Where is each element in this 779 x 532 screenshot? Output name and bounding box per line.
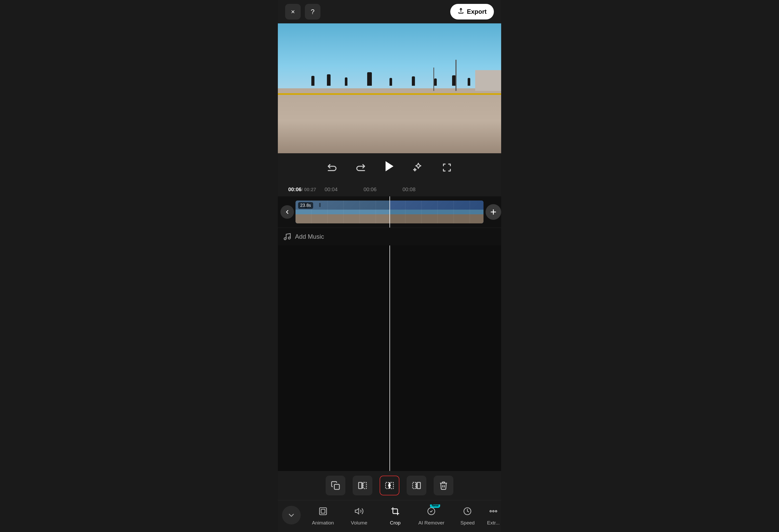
extra-icon	[487, 505, 500, 518]
ai-remover-label: AI Remover	[418, 520, 444, 526]
split-right-tool-button[interactable]	[407, 476, 426, 495]
controls-area: 00:06/ 00:27 00:04 00:06 00:08	[278, 153, 501, 196]
speed-label: Speed	[460, 520, 475, 526]
add-music-label: Add Music	[295, 233, 324, 240]
delete-tool-button[interactable]	[434, 476, 454, 495]
ground-bg	[278, 88, 501, 153]
tab-speed[interactable]: Speed	[450, 505, 486, 526]
time-marker-3: 00:08	[403, 186, 415, 192]
playhead-extension	[390, 245, 390, 471]
fullscreen-button[interactable]	[440, 161, 454, 174]
svg-point-19	[493, 511, 494, 512]
animation-icon	[316, 505, 330, 518]
magic-button[interactable]	[412, 161, 425, 174]
add-music-row[interactable]: Add Music	[278, 228, 501, 245]
timeline-track: 23.8s	[278, 196, 501, 228]
lamp-post	[433, 67, 434, 91]
svg-rect-10	[413, 482, 416, 489]
building	[475, 70, 501, 91]
person-silhouette	[345, 77, 348, 86]
person-silhouette	[390, 78, 392, 86]
top-bar: × ? Export	[278, 0, 501, 23]
tab-animation[interactable]: Animation	[305, 505, 341, 526]
person-silhouette	[327, 74, 331, 86]
play-button[interactable]	[383, 160, 396, 176]
svg-marker-15	[355, 509, 359, 514]
undo-button[interactable]	[325, 161, 339, 174]
time-marker-1: 00:04	[324, 186, 338, 192]
timeline-area: 23.8s	[278, 196, 501, 245]
copy-tool-button[interactable]	[325, 476, 345, 495]
playback-controls	[278, 160, 501, 176]
add-clip-button[interactable]	[486, 204, 501, 220]
time-marker-2: 00:06	[364, 186, 376, 192]
svg-point-20	[495, 511, 497, 512]
svg-marker-0	[385, 161, 394, 171]
clip-thumbnail-right	[390, 200, 483, 223]
bottom-tabs: Animation Volume	[278, 500, 501, 532]
help-button[interactable]: ?	[305, 4, 320, 19]
person-silhouette	[434, 78, 437, 86]
svg-point-1	[284, 238, 286, 240]
svg-rect-11	[417, 482, 420, 489]
export-button[interactable]: Export	[450, 4, 494, 19]
playhead-line	[390, 196, 390, 228]
yellow-line	[278, 93, 501, 95]
split-tool-button[interactable]	[380, 476, 399, 495]
animation-label: Animation	[312, 520, 334, 526]
split-left-tool-button[interactable]	[353, 476, 372, 495]
volume-icon	[352, 505, 366, 518]
clip-duration: 23.8s	[298, 202, 313, 209]
ai-remover-icon: New	[425, 505, 438, 518]
export-icon	[458, 7, 464, 16]
svg-rect-3	[335, 484, 340, 490]
collapse-button[interactable]	[282, 506, 301, 525]
person-silhouette	[452, 75, 456, 86]
crop-label: Crop	[390, 520, 401, 526]
edit-toolbar	[278, 471, 501, 500]
close-button[interactable]: ×	[285, 4, 301, 19]
video-scene	[278, 23, 501, 153]
svg-point-2	[288, 237, 290, 239]
tab-ai-remover[interactable]: New AI Remover	[413, 505, 450, 526]
new-badge: New	[430, 505, 440, 508]
timeline-back-arrow[interactable]	[281, 205, 294, 219]
extra-label: Extr...	[487, 520, 500, 526]
tab-crop[interactable]: Crop	[377, 505, 413, 526]
person-silhouette	[412, 76, 415, 86]
tab-volume[interactable]: Volume	[341, 505, 377, 526]
svg-rect-13	[319, 508, 326, 515]
phone-container: × ? Export	[278, 0, 501, 532]
top-bar-left: × ?	[285, 4, 320, 19]
export-label: Export	[467, 8, 487, 15]
svg-rect-14	[321, 510, 325, 513]
person-silhouette-main	[367, 72, 372, 86]
speed-icon	[461, 505, 474, 518]
crop-icon	[388, 505, 402, 518]
volume-label: Volume	[351, 520, 367, 526]
svg-point-18	[490, 511, 491, 512]
svg-rect-5	[363, 482, 366, 489]
lamp-post	[456, 60, 457, 91]
timeline-spacer	[278, 245, 501, 471]
current-time: 00:06/ 00:27	[288, 186, 316, 192]
video-preview	[278, 23, 501, 153]
svg-rect-4	[359, 482, 362, 489]
tab-extra[interactable]: Extr...	[486, 505, 501, 526]
person-silhouette	[311, 76, 314, 86]
person-silhouette	[468, 78, 470, 86]
redo-button[interactable]	[354, 161, 367, 174]
timeline-ruler: 00:06/ 00:27 00:04 00:06 00:08	[278, 181, 501, 192]
tab-items: Animation Volume	[305, 505, 501, 526]
